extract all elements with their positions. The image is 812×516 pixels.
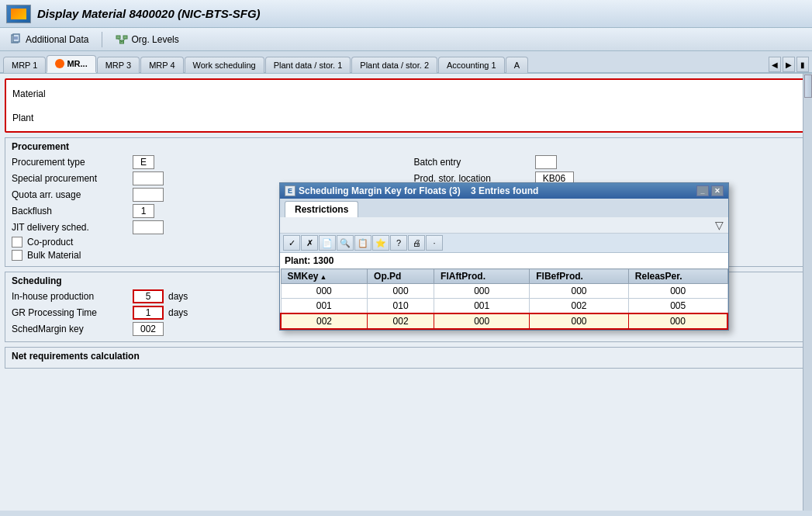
- backflush-input[interactable]: [133, 204, 154, 218]
- gr-processing-input[interactable]: [133, 306, 164, 320]
- table-row-selected[interactable]: 002 002 000 000 000: [281, 313, 727, 329]
- org-levels-label: Org. Levels: [131, 34, 178, 45]
- cell-flaft: 000: [434, 313, 530, 329]
- popup-table: SMKey▲ Op.Pd FlAftProd. FlBefProd. Relea…: [280, 268, 728, 330]
- toolbar: Additional Data Org. Levels: [0, 28, 812, 51]
- additional-data-button[interactable]: Additional Data: [6, 31, 92, 48]
- jit-input[interactable]: [133, 220, 164, 234]
- tab-plant-data-stor1[interactable]: Plant data / stor. 1: [265, 57, 351, 73]
- popup-col-relper[interactable]: ReleasPer.: [628, 269, 727, 284]
- special-procurement-input[interactable]: [133, 171, 164, 185]
- tabs-bar: MRP 1 MR... MRP 3 MRP 4 Work scheduling …: [0, 51, 812, 74]
- scrollbar-thumb[interactable]: [804, 74, 812, 98]
- popup-minimize-button[interactable]: _: [696, 185, 709, 196]
- cell-smkey: 001: [281, 299, 368, 314]
- tab-mr[interactable]: MR...: [47, 55, 95, 73]
- popup-tb-new[interactable]: 📄: [319, 235, 336, 251]
- tab-scroll-end[interactable]: ▮: [796, 57, 809, 72]
- tab-mrp3[interactable]: MRP 3: [97, 57, 140, 73]
- tab-accounting1[interactable]: Accounting 1: [438, 57, 505, 73]
- org-levels-button[interactable]: Org. Levels: [112, 31, 182, 48]
- popup-tb-search[interactable]: 🔍: [337, 235, 354, 251]
- popup-title-left: E Scheduling Margin Key for Floats (3) 3…: [285, 185, 538, 196]
- co-product-checkbox[interactable]: [12, 237, 22, 248]
- svg-rect-1: [13, 34, 19, 42]
- co-product-label: Co-product: [27, 237, 73, 248]
- cell-oppd: 002: [368, 313, 434, 329]
- tab-mr-icon: [55, 59, 64, 68]
- popup-plant-label: Plant: 1300: [280, 253, 728, 268]
- gr-processing-unit: days: [168, 307, 188, 318]
- popup-filter-bar: ▽: [280, 217, 728, 234]
- batch-entry-input[interactable]: [535, 155, 557, 169]
- smkey-sort-icon: ▲: [320, 273, 327, 281]
- batch-entry-label: Batch entry: [414, 157, 530, 168]
- procurement-type-row: Procurement type: [12, 155, 399, 169]
- cell-smkey: 002: [281, 313, 368, 329]
- procurement-type-input[interactable]: [133, 155, 154, 169]
- popup-close-button[interactable]: ✕: [711, 185, 724, 196]
- main-scrollbar[interactable]: [803, 74, 812, 511]
- schedmargin-label: SchedMargin key: [12, 324, 128, 334]
- quota-arr-input[interactable]: [133, 188, 164, 202]
- table-row[interactable]: 000 000 000 000 000: [281, 284, 727, 299]
- main-content: Material Plant Procurement Procurement t…: [0, 74, 812, 511]
- tab-scroll-right[interactable]: ▶: [783, 57, 795, 72]
- cell-flaft: 001: [434, 299, 530, 314]
- quota-arr-label: Quota arr. usage: [12, 189, 128, 200]
- cell-relper: 000: [628, 313, 727, 329]
- org-levels-icon: [116, 33, 128, 46]
- tab-mrp4[interactable]: MRP 4: [140, 57, 183, 73]
- popup-toolbar: ✓ ✗ 📄 🔍 📋 ⭐ ? 🖨 ·: [280, 234, 728, 253]
- procurement-title: Procurement: [12, 141, 800, 152]
- tab-work-scheduling[interactable]: Work scheduling: [185, 57, 264, 73]
- material-plant-box: Material Plant: [5, 78, 807, 133]
- tab-scroll-left[interactable]: ◀: [769, 57, 781, 72]
- additional-data-label: Additional Data: [26, 34, 88, 45]
- title-bar: Display Material 8400020 (NIC-BTS-SFG): [0, 0, 812, 28]
- cell-oppd: 010: [368, 299, 434, 314]
- popup-scheduling-margin-key: E Scheduling Margin Key for Floats (3) 3…: [279, 182, 729, 331]
- tab-a[interactable]: A: [506, 57, 528, 73]
- net-requirements-title: Net requirements calculation: [12, 351, 800, 362]
- popup-col-oppd[interactable]: Op.Pd: [368, 269, 434, 284]
- cell-flaft: 000: [434, 284, 530, 299]
- popup-tb-cancel[interactable]: ✗: [301, 235, 318, 251]
- cell-flbef: 000: [530, 284, 629, 299]
- cell-smkey: 000: [281, 284, 368, 299]
- tab-plant-data-stor2[interactable]: Plant data / stor. 2: [351, 57, 437, 73]
- bulk-material-label: Bulk Material: [27, 250, 81, 261]
- material-label: Material: [12, 88, 59, 99]
- popup-tab-restrictions[interactable]: Restrictions: [285, 201, 358, 217]
- gr-processing-label: GR Processing Time: [12, 307, 128, 318]
- popup-col-smkey[interactable]: SMKey▲: [281, 269, 368, 284]
- popup-tb-star[interactable]: ⭐: [372, 235, 389, 251]
- inhouse-production-input[interactable]: [133, 289, 164, 303]
- net-requirements-section: Net requirements calculation: [5, 347, 807, 369]
- popup-tb-help[interactable]: ?: [390, 235, 407, 251]
- plant-label: Plant: [12, 113, 59, 123]
- tab-mrp1[interactable]: MRP 1: [3, 57, 46, 73]
- filter-icon: ▽: [715, 219, 724, 231]
- svg-rect-5: [123, 36, 127, 39]
- cell-relper: 005: [628, 299, 727, 314]
- table-row[interactable]: 001 010 001 002 005: [281, 299, 727, 314]
- svg-rect-4: [116, 36, 120, 39]
- popup-tb-check[interactable]: ✓: [283, 235, 300, 251]
- popup-tb-copy[interactable]: 📋: [354, 235, 371, 251]
- popup-tb-print[interactable]: 🖨: [408, 235, 425, 251]
- popup-titlebar: E Scheduling Margin Key for Floats (3) 3…: [280, 183, 728, 199]
- tabs-navigation: ◀ ▶ ▮: [769, 57, 809, 72]
- cell-flbef: 002: [530, 299, 629, 314]
- bulk-material-checkbox[interactable]: [12, 250, 22, 261]
- popup-col-flbef[interactable]: FlBefProd.: [530, 269, 629, 284]
- popup-col-flaft[interactable]: FlAftProd.: [434, 269, 530, 284]
- special-procurement-label: Special procurement: [12, 173, 128, 184]
- popup-icon: E: [285, 185, 295, 196]
- popup-window-controls: _ ✕: [696, 185, 724, 196]
- inhouse-production-unit: days: [168, 291, 188, 302]
- popup-tb-more[interactable]: ·: [426, 235, 443, 251]
- toolbar-separator: [102, 32, 102, 47]
- schedmargin-input[interactable]: [133, 322, 164, 336]
- procurement-type-label: Procurement type: [12, 157, 128, 168]
